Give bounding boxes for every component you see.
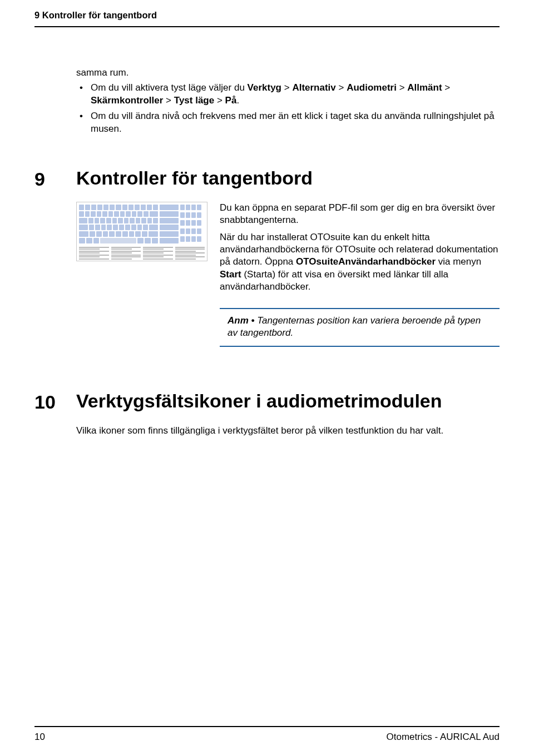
section-9-p2: När du har installerat OTOsuite kan du e… (220, 231, 500, 294)
section-9-heading-row: 9 Kontroller för tangentbord (34, 168, 500, 190)
bullet1-sep-5: > (214, 95, 225, 106)
bullet1-sep-1: > (336, 82, 347, 93)
s9-p2-b: OTOsuiteAnvändarhandböcker (296, 256, 436, 267)
section-9-text: Du kan öppna en separat PDF-fil som ger … (220, 202, 500, 347)
header-rule (34, 26, 500, 27)
footer-rule (34, 726, 500, 727)
page-content: samma rum. Om du vill aktivera tyst läge… (34, 67, 500, 437)
section-9-number: 9 (34, 168, 76, 190)
bullet1-sep-4: > (163, 95, 174, 106)
section-10-p1: Vilka ikoner som finns tillgängliga i ve… (76, 425, 443, 436)
section-9-body: Du kan öppna en separat PDF-fil som ger … (76, 202, 500, 347)
running-title: 9 Kontroller för tangentbord (34, 10, 500, 21)
intro-bullet-list: Om du vill aktivera tyst läge väljer du … (76, 82, 500, 135)
bullet1-sep-3: > (442, 82, 451, 93)
bullet1-path-1: Alternativ (292, 82, 335, 93)
section-9-p1: Du kan öppna en separat PDF-fil som ger … (220, 202, 500, 227)
section-10-heading-row: 10 Verktygsfältsikoner i audiometrimodul… (34, 391, 500, 412)
section-9-title: Kontroller för tangentbord (76, 168, 500, 188)
intro-bullet-2: Om du vill ändra nivå och frekvens med m… (91, 110, 500, 135)
bullet1-path-4: Skärmkontroller (91, 95, 163, 106)
page-footer: 10 Otometrics - AURICAL Aud (34, 726, 500, 743)
intro-bullet-1: Om du vill aktivera tyst läge väljer du … (91, 82, 500, 107)
keyboard-figure (76, 202, 207, 261)
bullet1-pre: Om du vill aktivera tyst läge väljer du (91, 82, 248, 93)
s9-p2-e: (Starta) för att visa en översikt med lä… (220, 269, 448, 292)
bullet1-sep-0: > (281, 82, 292, 93)
bullet1-sep-2: > (397, 82, 407, 93)
lead-paragraph: samma rum. (76, 67, 500, 78)
bullet1-path-3: Allmänt (407, 82, 442, 93)
bullet2-text: Om du vill ändra nivå och frekvens med m… (91, 111, 495, 133)
note-label: Anm • (228, 315, 257, 326)
bullet1-path-0: Verktyg (248, 82, 281, 93)
bullet1-path-6: På (225, 95, 237, 106)
bullet1-path-2: Audiometri (347, 82, 397, 93)
keyboard-icon (76, 202, 207, 261)
s9-p2-d: Start (220, 269, 241, 280)
bullet1-post: . (236, 95, 239, 106)
bullet1-path-5: Tyst läge (174, 95, 214, 106)
note-box: Anm • Tangenternas position kan variera … (220, 308, 500, 347)
s9-p2-c: via menyn (436, 256, 481, 267)
footer-page-number: 10 (34, 732, 45, 743)
section-10-number: 10 (34, 391, 76, 412)
section-10-body: Vilka ikoner som finns tillgängliga i ve… (76, 425, 500, 437)
section-10-title: Verktygsfältsikoner i audiometrimodulen (76, 391, 500, 411)
page-running-header: 9 Kontroller för tangentbord (34, 10, 500, 32)
note-text: Tangenternas position kan variera beroen… (228, 315, 481, 338)
footer-product: Otometrics - AURICAL Aud (387, 732, 500, 743)
